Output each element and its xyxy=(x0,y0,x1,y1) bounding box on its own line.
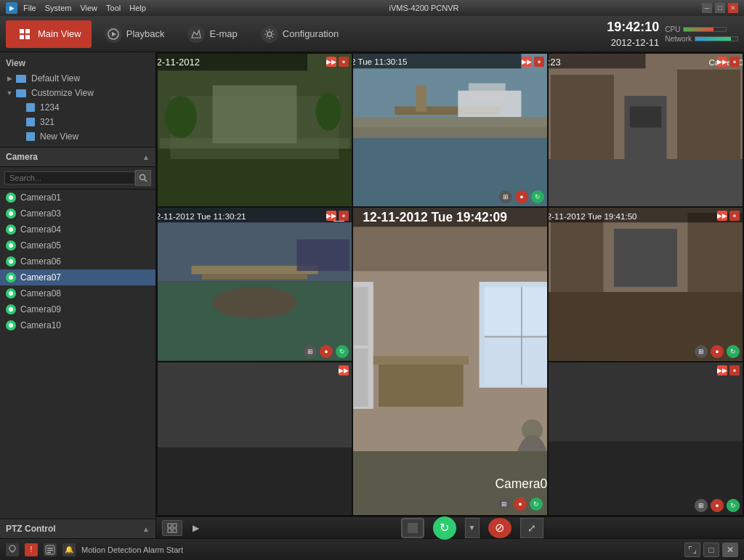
stop-button-6[interactable]: ● xyxy=(711,345,724,358)
cam-visual-1: 12-11-2012 xyxy=(158,54,352,206)
emap-button[interactable]: E-map xyxy=(177,20,247,48)
snapshot-button-4[interactable]: ⊞ xyxy=(304,345,317,358)
cam-controls-4[interactable]: ⊞ ● ↻ xyxy=(304,345,349,358)
view-1234-item[interactable]: 1234 xyxy=(0,100,155,115)
menu-tool[interactable]: Tool xyxy=(106,4,121,12)
svg-text:Camera01: Camera01 xyxy=(495,477,547,492)
stop-all-button[interactable] xyxy=(401,518,424,538)
network-meter-row: Network xyxy=(665,35,738,43)
camera-list: Camera01 Camera03 Camera04 Camera05 Came… xyxy=(0,190,155,519)
camera-section-header[interactable]: Camera ▲ xyxy=(0,147,155,167)
no-entry-button[interactable]: ⊘ xyxy=(488,518,512,538)
search-button[interactable] xyxy=(135,170,151,186)
view-321-label: 321 xyxy=(40,117,54,127)
info-icon xyxy=(44,543,57,556)
refresh-all-button[interactable]: ↻ xyxy=(433,516,456,540)
new-view-item[interactable]: New View xyxy=(0,129,155,144)
camera-item-camera07[interactable]: Camera07 xyxy=(0,269,155,285)
configuration-button[interactable]: Configuration xyxy=(251,20,349,48)
cam-controls-6[interactable]: ⊞ ● ↻ xyxy=(695,345,740,358)
camera-status-dot xyxy=(6,272,16,283)
playback-button[interactable]: Playback xyxy=(94,20,175,48)
status-bar-bottom: ! 🔔 Motion Detection Alarm Start □ ✕ xyxy=(0,538,744,560)
arrow-button[interactable]: ▶ xyxy=(185,520,206,536)
search-input[interactable] xyxy=(4,171,135,184)
camera-cell-5[interactable]: 12-11-2012 Tue 19:42:09 Camera01 ⊞ ● ↻ xyxy=(353,208,547,515)
record-button-2[interactable]: ↻ xyxy=(531,190,544,203)
menu-view[interactable]: View xyxy=(80,4,97,12)
camera-item-camera01[interactable]: Camera01 xyxy=(0,190,155,206)
maximize-button[interactable]: □ xyxy=(715,3,725,13)
customize-view-item[interactable]: ▼ Customize View xyxy=(0,86,155,100)
dropdown-button[interactable]: ▼ xyxy=(465,518,480,538)
new-view-icon xyxy=(26,132,35,141)
stop-button-9[interactable]: ● xyxy=(711,499,724,512)
status-btn-2[interactable]: □ xyxy=(703,543,719,557)
menu-file[interactable]: File xyxy=(23,4,36,12)
record-button-5[interactable]: ↻ xyxy=(530,498,543,511)
cpu-meter-row: CPU xyxy=(665,25,738,33)
stop-button-4[interactable]: ● xyxy=(320,345,333,358)
record-button-6[interactable]: ↻ xyxy=(727,345,740,358)
camera-status-dot xyxy=(6,224,16,235)
status-btn-3[interactable]: ✕ xyxy=(722,543,738,557)
camera-cell-7[interactable]: ▶▶ xyxy=(158,362,352,515)
status-btn-1[interactable] xyxy=(684,543,700,557)
menu-system[interactable]: System xyxy=(45,4,72,12)
record-icon-9: ● xyxy=(729,365,740,376)
window-controls[interactable]: ─ □ ✕ xyxy=(702,3,738,13)
main-view-button[interactable]: Main View xyxy=(6,20,92,48)
close-button[interactable]: ✕ xyxy=(728,3,738,13)
camera-item-camera03[interactable]: Camera03 xyxy=(0,206,155,222)
fullscreen-button[interactable]: ⤢ xyxy=(520,518,543,538)
camera-cell-2[interactable]: 12-11-2012 Tue 11:30:15 Camera__ ▶▶ ● ⊞ … xyxy=(353,54,547,206)
cam-controls-2[interactable]: ⊞ ● ↻ xyxy=(499,190,544,203)
camera-item-camera06[interactable]: Camera06 xyxy=(0,253,155,269)
record-button-4[interactable]: ↻ xyxy=(336,345,349,358)
snapshot-button-5[interactable]: ⊞ xyxy=(498,498,511,511)
alarm-bell-icon: 🔔 xyxy=(62,543,76,556)
cam-overlay-icons-9: ▶▶ ● xyxy=(717,365,740,376)
camera-name: Camera01 xyxy=(20,192,61,203)
bell-icon xyxy=(7,545,17,555)
svg-rect-31 xyxy=(551,75,614,159)
ptz-section-header[interactable]: PTZ Control ▲ xyxy=(0,519,155,538)
cam-controls-5[interactable]: ⊞ ● ↻ xyxy=(498,498,543,511)
camera-cell-4[interactable]: 12-11-2012 Tue 11:30:21 __ ▶▶ ● ⊞ ● ↻ xyxy=(158,208,352,360)
cam-controls-9[interactable]: ⊞ ● ↻ xyxy=(695,499,740,512)
camera-cell-3[interactable]: 8:23 Camera01 ▶▶ ● xyxy=(549,54,743,206)
camera-item-camera05[interactable]: Camera05 xyxy=(0,238,155,253)
camera-chevron-icon: ▲ xyxy=(142,153,150,161)
camera-item-camera09[interactable]: Camera09 xyxy=(0,301,155,317)
snapshot-button-6[interactable]: ⊞ xyxy=(695,345,708,358)
main-view-icon xyxy=(16,25,33,43)
menu-help[interactable]: Help xyxy=(129,4,146,12)
camera-cell-1[interactable]: 12-11-2012 ▶▶ ● xyxy=(158,54,352,206)
camera-cell-6[interactable]: 12-11-2012 Tue 19:41:50 ▶▶ ● ⊞ ● ↻ xyxy=(549,208,743,360)
motion-icon-7: ▶▶ xyxy=(339,365,349,376)
view-321-item[interactable]: 321 xyxy=(0,115,155,129)
camera-item-camera10[interactable]: Camera10 xyxy=(0,317,155,333)
default-view-item[interactable]: ▶ Default View xyxy=(0,71,155,86)
toolbar-center: ↻ ▼ ⊘ ⤢ xyxy=(401,516,543,540)
minimize-button[interactable]: ─ xyxy=(702,3,712,13)
svg-rect-77 xyxy=(158,362,352,447)
stop-button-2[interactable]: ● xyxy=(515,190,528,203)
layout-button[interactable] xyxy=(162,520,182,536)
snapshot-button-9[interactable]: ⊞ xyxy=(695,499,708,512)
svg-point-14 xyxy=(316,93,341,131)
camera-item-camera04[interactable]: Camera04 xyxy=(0,222,155,238)
camera-cell-9[interactable]: ▶▶ ● ⊞ ● ↻ xyxy=(549,362,743,515)
camera-item-camera08[interactable]: Camera08 xyxy=(0,285,155,301)
configuration-label: Configuration xyxy=(283,28,339,39)
svg-point-99 xyxy=(9,545,15,551)
view-section: View ▶ Default View ▼ Customize View 123… xyxy=(0,52,155,147)
view-321-icon xyxy=(26,118,35,126)
svg-rect-45 xyxy=(297,240,350,272)
cam-visual-6: 12-11-2012 Tue 19:41:50 xyxy=(549,208,743,360)
cam-overlay-icons-4: ▶▶ ● xyxy=(326,211,349,221)
stop-button-5[interactable]: ● xyxy=(514,498,527,511)
svg-rect-35 xyxy=(549,159,743,206)
snapshot-button-2[interactable]: ⊞ xyxy=(499,190,512,203)
record-button-9[interactable]: ↻ xyxy=(727,499,740,512)
